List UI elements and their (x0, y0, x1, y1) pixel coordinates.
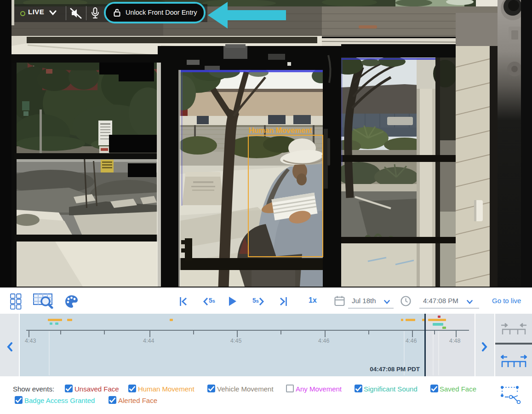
svg-text:Human Movement: Human Movement (249, 126, 312, 134)
